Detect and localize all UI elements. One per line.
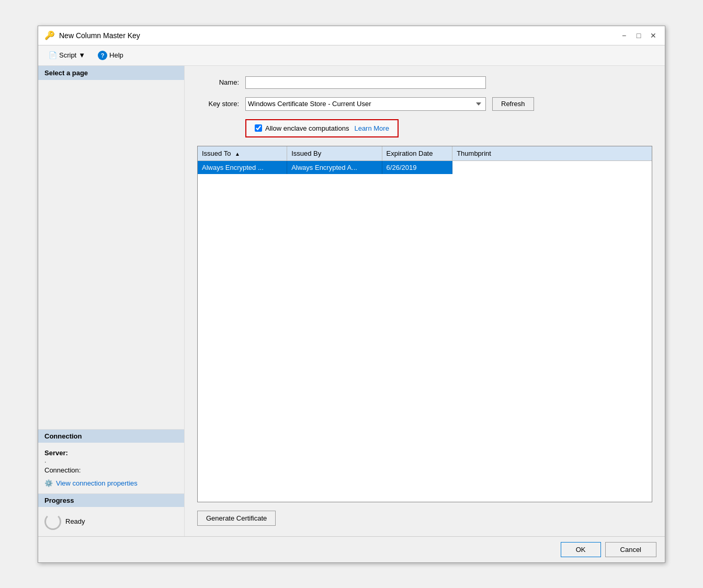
progress-header: Progress [38, 494, 184, 507]
progress-section: Progress Ready [38, 493, 184, 536]
name-input[interactable] [245, 76, 486, 89]
connection-details: Server: . Connection: ⚙️ View connection… [38, 443, 184, 493]
table-row[interactable]: Always Encrypted ... Always Encrypted A.… [198, 160, 652, 174]
connection-section: Connection Server: . Connection: ⚙️ View… [38, 429, 184, 493]
generate-cert-section: Generate Certificate [197, 511, 652, 526]
server-label: Server: [44, 449, 68, 457]
content-area: Select a page Connection Server: . Conne… [38, 66, 665, 536]
title-bar: 🔑 New Column Master Key − □ ✕ [38, 26, 665, 45]
ok-button[interactable]: OK [561, 542, 601, 557]
name-row: Name: [197, 76, 652, 89]
cell-expiration-date: 6/26/2019 [382, 160, 452, 174]
minimize-button[interactable]: − [619, 30, 629, 41]
help-button[interactable]: ? Help [94, 49, 128, 62]
maximize-button[interactable]: □ [633, 30, 644, 41]
allow-enclave-checkbox[interactable] [255, 124, 262, 132]
refresh-button[interactable]: Refresh [492, 97, 534, 111]
help-icon: ? [98, 51, 107, 60]
window-controls: − □ ✕ [619, 30, 659, 41]
close-button[interactable]: ✕ [648, 30, 659, 41]
script-button[interactable]: 📄 Script ▼ [44, 49, 89, 61]
enclave-box: Allow enclave computations Learn More [245, 119, 399, 137]
allow-enclave-label[interactable]: Allow enclave computations [255, 124, 349, 132]
key-store-row: Key store: Windows Certificate Store - C… [197, 97, 652, 111]
cell-thumbprint [452, 160, 652, 174]
connection-peers-icon: ⚙️ [44, 479, 53, 487]
spinner-icon [44, 513, 61, 530]
server-value: . [44, 457, 178, 464]
sort-arrow-issued-to: ▲ [235, 151, 240, 157]
key-store-label: Key store: [197, 100, 239, 108]
certificate-table-container: Issued To ▲ Issued By Expiration Date Th… [197, 146, 652, 502]
main-window: 🔑 New Column Master Key − □ ✕ 📄 Script ▼… [38, 26, 665, 563]
table-header-row: Issued To ▲ Issued By Expiration Date Th… [198, 146, 652, 161]
certificate-table: Issued To ▲ Issued By Expiration Date Th… [198, 146, 652, 174]
cell-issued-by: Always Encrypted A... [287, 160, 382, 174]
server-item: Server: . [44, 449, 178, 464]
progress-status: Ready [65, 517, 85, 525]
table-header: Issued To ▲ Issued By Expiration Date Th… [198, 146, 652, 161]
script-label: Script [59, 51, 76, 59]
view-connection-label: View connection properties [56, 479, 138, 487]
progress-item: Ready [44, 513, 178, 530]
help-label: Help [109, 51, 123, 59]
connection-header: Connection [38, 430, 184, 443]
allow-enclave-text: Allow enclave computations [265, 124, 349, 132]
key-store-select[interactable]: Windows Certificate Store - Current User… [245, 97, 486, 111]
title-bar-left: 🔑 New Column Master Key [44, 30, 140, 40]
cell-issued-to: Always Encrypted ... [198, 160, 287, 174]
select-page-header: Select a page [38, 66, 184, 80]
col-issued-to[interactable]: Issued To ▲ [198, 146, 287, 161]
connection-item: Connection: [44, 466, 178, 474]
cancel-button[interactable]: Cancel [605, 542, 656, 557]
table-body: Always Encrypted ... Always Encrypted A.… [198, 160, 652, 174]
script-icon: 📄 [49, 51, 57, 59]
learn-more-link[interactable]: Learn More [354, 124, 389, 132]
script-dropdown-arrow: ▼ [78, 51, 85, 59]
sidebar-pages [38, 80, 184, 429]
col-thumbprint[interactable]: Thumbprint [452, 146, 652, 161]
col-issued-by[interactable]: Issued By [287, 146, 382, 161]
toolbar: 📄 Script ▼ ? Help [38, 45, 665, 66]
footer: OK Cancel [38, 536, 665, 562]
main-content: Name: Key store: Windows Certificate Sto… [185, 66, 665, 536]
connection-label: Connection: [44, 466, 81, 474]
name-label: Name: [197, 78, 239, 86]
window-icon: 🔑 [44, 30, 55, 40]
window-title: New Column Master Key [59, 31, 140, 40]
col-expiration-date[interactable]: Expiration Date [382, 146, 452, 161]
enclave-section: Allow enclave computations Learn More [245, 119, 652, 137]
view-connection-link[interactable]: ⚙️ View connection properties [44, 479, 178, 487]
progress-details: Ready [38, 507, 184, 536]
generate-certificate-button[interactable]: Generate Certificate [197, 511, 276, 526]
sidebar: Select a page Connection Server: . Conne… [38, 66, 185, 536]
